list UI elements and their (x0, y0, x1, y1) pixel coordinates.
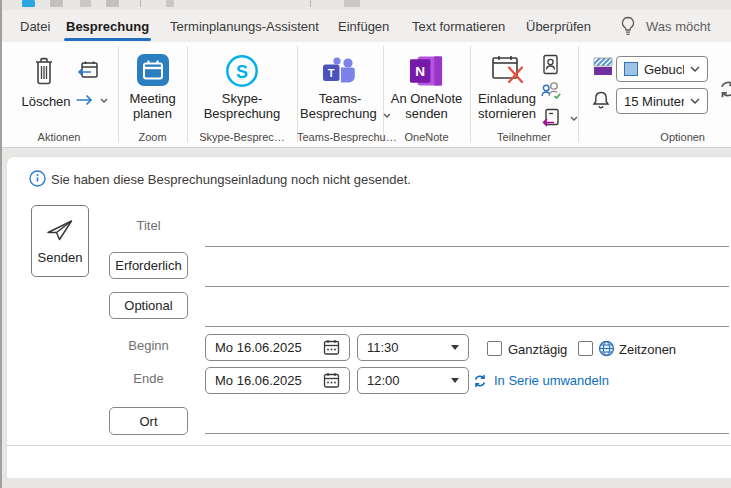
chevron-down-icon (690, 66, 700, 72)
reminder-value: 15 Minuten (624, 94, 684, 109)
end-date-value: Mo 16.06.2025 (215, 373, 323, 388)
teams-button-line2: Besprechung (300, 106, 377, 121)
meeting-form: Sie haben diese Besprechungseinladung no… (6, 156, 731, 478)
window-border (0, 0, 2, 488)
recurrence-button[interactable] (717, 78, 731, 100)
qat-icon[interactable] (344, 0, 360, 7)
calendar-arrow-icon (77, 60, 99, 80)
end-date-field[interactable]: Mo 16.06.2025 (205, 367, 350, 394)
tab-terminplanungs-assistent[interactable]: Terminplanungs-Assistent (168, 10, 321, 42)
group-separator (297, 46, 298, 142)
teams-meeting-button[interactable]: T Teams- Besprechung (300, 53, 380, 127)
delete-button[interactable]: Löschen (14, 54, 78, 126)
reminder-dropdown[interactable]: 15 Minuten (616, 88, 708, 114)
address-book-button[interactable] (542, 54, 559, 75)
chevron-down-icon (570, 116, 578, 121)
cancel-meeting-icon (491, 54, 525, 84)
time-zones-checkbox[interactable] (578, 341, 593, 356)
onenote-icon: N (409, 54, 444, 88)
location-button[interactable]: Ort (109, 407, 188, 435)
qat-icon[interactable] (50, 0, 63, 7)
end-time-field[interactable]: 12:00 (357, 367, 469, 394)
tab-einfuegen[interactable]: Einfügen (336, 10, 391, 42)
required-attendees-input[interactable] (205, 267, 729, 287)
group-label-teams: Teams-Besprechu… (297, 131, 383, 145)
response-options-icon (542, 108, 560, 128)
bottom-strip (0, 478, 731, 488)
make-recurring-link[interactable]: In Serie umwandeln (494, 373, 609, 388)
calendar-icon (323, 339, 340, 356)
message-body[interactable] (7, 446, 731, 478)
svg-text:T: T (328, 67, 335, 79)
address-book-icon (542, 54, 559, 75)
qat-icon[interactable] (106, 0, 119, 7)
tab-besprechung[interactable]: Besprechung (64, 10, 151, 42)
forward-arrow-icon (75, 94, 95, 106)
tell-me-search[interactable]: Was möcht (620, 10, 711, 42)
cancel-line2: stornieren (478, 106, 536, 121)
start-time-field[interactable]: 11:30 (357, 334, 469, 361)
start-label: Beginn (109, 338, 188, 353)
svg-text:N: N (415, 64, 425, 79)
forward-button[interactable] (75, 92, 113, 108)
busy-status-swatch (624, 62, 638, 76)
people-check-icon (541, 81, 562, 100)
send-button[interactable]: Senden (31, 205, 89, 277)
qat-save-icon[interactable] (22, 0, 35, 7)
cancel-invitation-button[interactable]: Einladung stornieren (474, 53, 540, 127)
outlook-meeting-window: Datei Besprechung Terminplanungs-Assiste… (0, 0, 731, 488)
cancel-line1: Einladung (478, 91, 536, 106)
all-day-label: Ganztägig (508, 342, 567, 357)
show-as-icon (593, 57, 613, 76)
tab-datei[interactable]: Datei (18, 10, 52, 42)
group-separator (578, 46, 579, 142)
delete-label: Löschen (14, 94, 78, 109)
copy-to-calendar-button[interactable] (77, 60, 101, 82)
check-names-button[interactable] (541, 81, 562, 100)
location-input[interactable] (205, 414, 729, 434)
zoom-meeting-button[interactable]: Meeting planen (122, 53, 183, 127)
onenote-button-line2: senden (405, 106, 448, 121)
tab-ueberpruefen[interactable]: Überprüfen (524, 10, 593, 42)
info-icon (29, 170, 46, 187)
time-zones-label: Zeitzonen (619, 342, 676, 357)
optional-attendees-input[interactable] (205, 307, 729, 327)
ribbon-tab-bar: Datei Besprechung Terminplanungs-Assiste… (0, 10, 731, 42)
send-to-onenote-button[interactable]: N An OneNote senden (386, 53, 467, 127)
title-input[interactable] (205, 227, 729, 247)
response-options-button[interactable] (542, 108, 578, 128)
lightbulb-icon (620, 16, 636, 36)
tab-text-formatieren[interactable]: Text formatieren (410, 10, 507, 42)
skype-meeting-button[interactable]: S Skype- Besprechung (197, 53, 287, 127)
tell-me-label: Was möcht (646, 19, 711, 34)
send-icon (45, 217, 75, 243)
start-date-field[interactable]: Mo 16.06.2025 (205, 334, 350, 361)
make-recurring-link-icon (472, 373, 488, 389)
onenote-button-line1: An OneNote (391, 91, 463, 106)
optional-button[interactable]: Optional (109, 292, 188, 319)
show-as-dropdown[interactable]: Gebucht (616, 56, 708, 82)
chevron-down-icon (690, 98, 700, 104)
qat-icon[interactable] (166, 0, 174, 7)
group-label-onenote: OneNote (383, 131, 470, 145)
info-message: Sie haben diese Besprechungseinladung no… (51, 172, 411, 187)
qat-separator (140, 0, 141, 7)
zoom-button-line2: planen (133, 106, 172, 121)
dropdown-arrow-icon (451, 378, 459, 383)
titlebar (0, 0, 731, 10)
qat-icon[interactable] (80, 0, 91, 7)
group-separator (187, 46, 188, 142)
end-time-value: 12:00 (367, 373, 451, 388)
skype-button-line1: Skype- (222, 91, 262, 106)
teams-button-line1: Teams- (319, 91, 362, 106)
required-button[interactable]: Erforderlich (109, 252, 188, 279)
end-label: Ende (109, 371, 188, 386)
group-label-teilnehmer: Teilnehmer (470, 131, 578, 145)
group-separator (118, 46, 119, 142)
title-label: Titel (109, 218, 188, 233)
chevron-down-icon (100, 98, 108, 103)
qat-separator (310, 0, 311, 7)
zoom-calendar-icon (137, 54, 169, 86)
all-day-checkbox[interactable] (487, 341, 502, 356)
start-date-value: Mo 16.06.2025 (215, 340, 323, 355)
